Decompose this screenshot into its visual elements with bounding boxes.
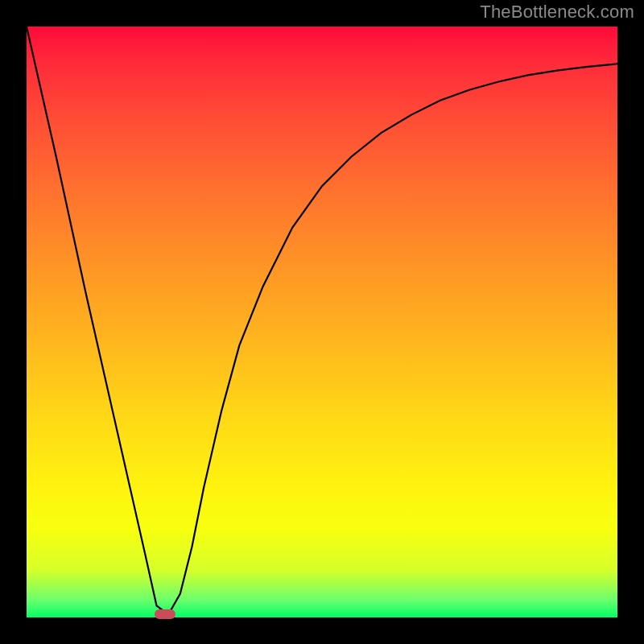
chart-outer-frame: TheBottleneck.com — [0, 0, 644, 644]
bottleneck-curve — [27, 27, 617, 617]
chart-plot-area — [27, 27, 617, 617]
watermark-text: TheBottleneck.com — [480, 2, 634, 23]
minimum-marker — [155, 609, 175, 619]
